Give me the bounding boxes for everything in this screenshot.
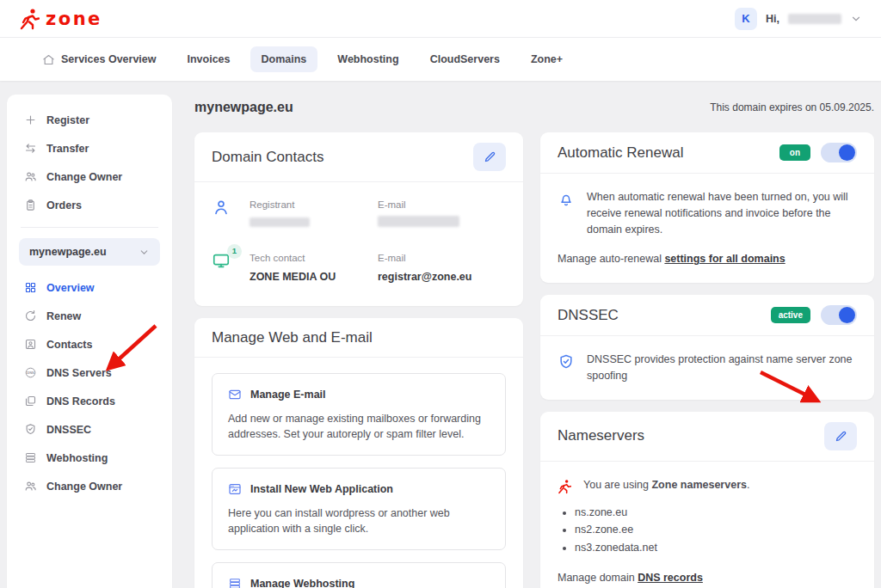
subcard-title: Manage Webhosting (250, 576, 354, 588)
sidebar-item-label: Transfer (46, 143, 89, 155)
avatar: K (735, 8, 757, 30)
domain-expiry-note: This domain expires on 05.09.2025. (710, 101, 874, 113)
browser-window-icon (228, 482, 242, 496)
tab-services-overview[interactable]: Services Overview (31, 46, 168, 73)
sidebar-item-overview[interactable]: Overview (7, 274, 172, 301)
tech-contact-count-badge: 1 (227, 244, 242, 259)
envelope-icon (228, 388, 242, 401)
toggle-knob (839, 307, 855, 323)
install-web-app-card[interactable]: Install New Web Application Here you can… (212, 468, 506, 550)
sidebar-item-renew[interactable]: Renew (7, 303, 172, 329)
nameserver-item: ns.zone.eu (575, 505, 857, 521)
manage-webhosting-card[interactable]: Manage Webhosting Configure web server P… (212, 562, 506, 588)
tab-zone-plus[interactable]: Zone+ (520, 46, 574, 72)
tech-contact-email: registrar@zone.eu (378, 269, 506, 285)
zone-runner-icon (19, 8, 40, 30)
auto-renewal-toggle[interactable] (821, 143, 857, 162)
redacted-user-name (788, 14, 841, 24)
sidebar-item-dns-servers[interactable]: DNS DNS Servers (7, 359, 172, 386)
pages-icon (24, 395, 37, 407)
sidebar-item-dns-records[interactable]: DNS Records (7, 388, 172, 414)
email-label: E-mail (378, 198, 506, 212)
tab-domains[interactable]: Domains (250, 46, 318, 72)
pencil-icon (484, 150, 496, 163)
nameservers-intro: You are using Zone nameservers. (583, 477, 749, 493)
email-label: E-mail (378, 251, 506, 266)
page-title: mynewpage.eu (194, 100, 293, 115)
automatic-renewal-card: Automatic Renewal on When automatic rene… (540, 132, 874, 283)
chevron-down-icon (139, 247, 150, 258)
shield-check-icon (24, 423, 37, 436)
domain-selector[interactable]: mynewpage.eu (19, 238, 160, 266)
auto-renewal-description: When automatic renewal have been turned … (587, 189, 857, 237)
user-greeting: Hi, (766, 13, 779, 25)
tab-webhosting[interactable]: Webhosting (326, 46, 410, 72)
selected-domain: mynewpage.eu (29, 246, 107, 258)
sidebar-item-label: Change Owner (46, 171, 122, 183)
manage-dns-prefix: Manage domain (558, 572, 638, 584)
shield-check-icon (558, 353, 575, 371)
tech-contact-name: ZONE MEDIA OU (250, 269, 378, 285)
subcard-title: Manage E-mail (250, 387, 326, 403)
subcard-description: Here you can install wordpress or anothe… (228, 505, 490, 536)
sidebar-item-label: Renew (46, 310, 81, 322)
sidebar-item-webhosting[interactable]: Webhosting (7, 444, 172, 471)
edit-nameservers-button[interactable] (824, 422, 857, 450)
nameservers-card: Nameservers (540, 412, 874, 588)
redacted-registrant-name (250, 217, 310, 227)
sidebar-item-change-owner[interactable]: Change Owner (7, 163, 172, 190)
server-icon (24, 451, 37, 464)
registrant-label: Registrant (250, 198, 378, 212)
person-icon (212, 198, 231, 217)
tab-label: CloudServers (430, 53, 500, 65)
sidebar-item-label: Orders (46, 199, 82, 211)
tab-cloudservers[interactable]: CloudServers (419, 46, 511, 72)
status-badge: active (771, 307, 810, 323)
registrant-contact-row: Registrant E-mail (212, 198, 506, 232)
nameserver-list: ns.zone.eu ns2.zone.ee ns3.zonedata.net (575, 505, 857, 556)
sidebar-item-change-owner-2[interactable]: Change Owner (7, 473, 172, 499)
sidebar: Register Transfer Change Owner Orders my… (7, 95, 172, 588)
tech-contact-label: Tech contact (250, 251, 378, 266)
top-header: zone K Hi, (0, 0, 881, 38)
home-icon (42, 53, 55, 66)
toggle-knob (839, 144, 855, 161)
tab-label: Invoices (188, 53, 231, 65)
chevron-down-icon (850, 13, 862, 25)
manage-web-card: Manage Web and E-mail Manage E-mail Add … (194, 318, 523, 588)
card-title: Automatic Renewal (558, 144, 683, 162)
all-domains-settings-link[interactable]: settings for all domains (664, 253, 785, 265)
svg-text:DNS: DNS (27, 371, 34, 375)
nameserver-item: ns2.zone.ee (575, 522, 857, 538)
zone-runner-icon (558, 479, 571, 494)
clipboard-icon (24, 199, 37, 211)
sidebar-item-orders[interactable]: Orders (7, 192, 172, 218)
dnssec-toggle[interactable] (821, 305, 857, 325)
sidebar-item-label: Webhosting (46, 452, 108, 464)
transfer-icon (24, 142, 37, 155)
zone-logo[interactable]: zone (19, 8, 102, 30)
subcard-description: Add new or manage existing mailboxes or … (228, 411, 490, 442)
sidebar-item-register[interactable]: Register (7, 107, 172, 133)
contact-card-icon (24, 338, 37, 351)
card-title: Manage Web and E-mail (212, 329, 373, 346)
sidebar-divider (21, 227, 158, 228)
edit-domain-contacts-button[interactable] (473, 143, 506, 171)
people-icon (24, 480, 37, 493)
tab-invoices[interactable]: Invoices (176, 46, 242, 72)
sidebar-item-dnssec[interactable]: DNSSEC (7, 416, 172, 443)
sidebar-item-label: Contacts (46, 339, 92, 351)
dns-records-link[interactable]: DNS records (638, 572, 703, 584)
tech-contact-row: 1 Tech contact ZONE MEDIA OU E-mail regi… (212, 251, 506, 285)
manage-email-card[interactable]: Manage E-mail Add new or manage existing… (212, 373, 506, 456)
plus-icon (24, 113, 37, 126)
nameserver-item: ns3.zonedata.net (575, 540, 857, 556)
sidebar-item-contacts[interactable]: Contacts (7, 331, 172, 358)
sidebar-item-label: Overview (46, 282, 95, 294)
sidebar-item-transfer[interactable]: Transfer (7, 135, 172, 162)
status-badge: on (779, 144, 810, 161)
user-menu[interactable]: K Hi, (735, 8, 862, 30)
brand-name: zone (46, 9, 102, 29)
server-stack-icon (228, 577, 242, 588)
tab-label: Domains (262, 53, 307, 65)
